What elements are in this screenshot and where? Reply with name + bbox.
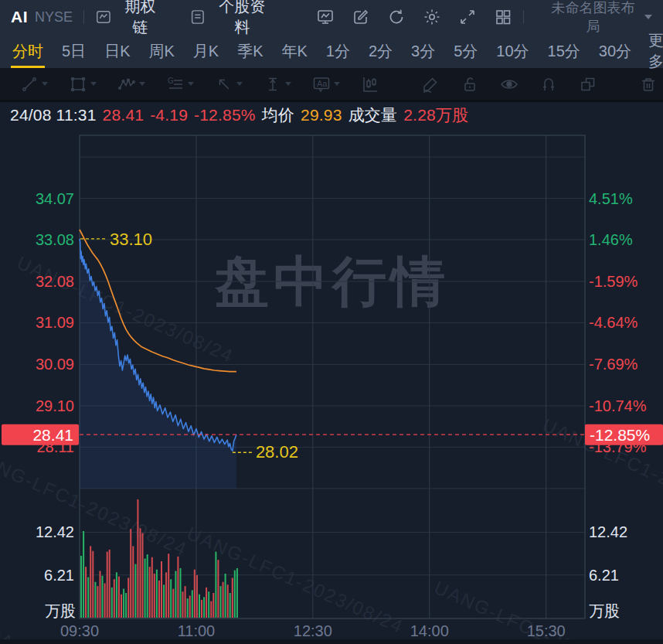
overlap-windows-icon xyxy=(579,75,597,94)
volume-bar xyxy=(199,595,200,618)
volume-bar xyxy=(177,557,178,618)
volume-bar xyxy=(132,546,134,618)
windows-tool[interactable] xyxy=(579,75,597,94)
volume-axis-label: 6.21 xyxy=(44,567,74,584)
fullscreen-button[interactable] xyxy=(458,8,477,26)
volume-bar xyxy=(123,589,124,618)
volume-bar xyxy=(172,589,174,618)
edit-icon xyxy=(352,8,370,26)
period-tab[interactable]: 5分 xyxy=(452,34,479,68)
time-axis-label: 11:00 xyxy=(178,622,216,639)
period-tab[interactable]: 1分 xyxy=(325,34,352,68)
volume-bar xyxy=(196,575,198,618)
volume-bar xyxy=(163,584,165,618)
volume-bar xyxy=(85,567,87,618)
volume-bar xyxy=(210,601,212,618)
edit-button[interactable] xyxy=(352,8,370,26)
chart-style-tool[interactable] xyxy=(361,75,379,94)
divider xyxy=(523,10,524,24)
volume-bar xyxy=(170,579,172,618)
period-tab[interactable]: 分时 xyxy=(11,34,45,68)
brush-icon xyxy=(421,75,440,94)
volume-axis-label: 6.21 xyxy=(589,567,619,584)
period-tab[interactable]: 10分 xyxy=(495,34,530,68)
volume-bar xyxy=(154,574,155,618)
gann-lines-tool[interactable]: G xyxy=(166,75,194,94)
volume-bar xyxy=(203,597,205,618)
period-tab[interactable]: 5日 xyxy=(60,34,87,68)
wave-pattern-icon xyxy=(117,75,136,94)
volume-bar xyxy=(140,528,141,618)
divider xyxy=(83,10,84,24)
period-tab[interactable]: 月K xyxy=(192,34,220,68)
volume-bar xyxy=(144,559,146,618)
pct-axis-label: -10.74% xyxy=(589,397,647,414)
period-tab[interactable]: 15分 xyxy=(546,34,582,68)
chevron-down-icon xyxy=(188,82,194,86)
volume-bar xyxy=(182,591,184,618)
unlock-icon xyxy=(461,75,479,94)
period-tab[interactable]: 30分 xyxy=(597,34,633,68)
more-periods-button[interactable]: 更多 xyxy=(648,34,663,68)
gann-lines-icon: G xyxy=(166,75,185,94)
period-tab[interactable]: 季K xyxy=(236,34,264,68)
period-tab[interactable]: 周K xyxy=(147,34,175,68)
magnet-icon xyxy=(539,75,558,94)
time-axis-label: 14:00 xyxy=(410,622,449,639)
volume-axis-label: 12.42 xyxy=(36,523,74,540)
arrow-marker-tool[interactable] xyxy=(215,75,243,94)
volume-bar xyxy=(232,578,233,618)
volume-bar xyxy=(104,584,106,618)
volume-axis-label: 12.42 xyxy=(589,523,627,540)
chevron-down-icon xyxy=(285,82,291,86)
visibility-tool[interactable] xyxy=(500,75,518,94)
period-tab[interactable]: 日K xyxy=(103,34,131,68)
brush-tool[interactable] xyxy=(421,75,440,94)
magnet-tool[interactable] xyxy=(539,75,558,94)
period-tab[interactable]: 年K xyxy=(280,34,309,68)
svg-text:Aa: Aa xyxy=(317,78,328,87)
lock-tool[interactable] xyxy=(461,75,479,94)
price-axis-label: 32.08 xyxy=(36,273,74,290)
option-chain-button[interactable]: 期权链 xyxy=(95,0,163,38)
refresh-button[interactable] xyxy=(387,8,406,26)
volume-bar xyxy=(227,584,229,618)
rectangle-icon xyxy=(69,75,87,94)
period-tabs: 分时5日日K周K月K季K年K1分2分3分5分10分15分30分 xyxy=(11,34,648,68)
volume-label: 成交量 xyxy=(348,104,398,126)
volume-bar xyxy=(236,568,238,618)
volume-bar xyxy=(156,570,158,618)
grid-layout-button[interactable] xyxy=(494,8,512,26)
time-axis-label: 15:30 xyxy=(527,622,566,639)
price-range-tool[interactable] xyxy=(264,75,291,94)
volume-bar xyxy=(220,586,222,618)
volume-bar xyxy=(151,557,153,618)
chart-layout-button[interactable]: 未命名图表布局 xyxy=(546,0,652,36)
text-note-tool[interactable]: Aa xyxy=(312,75,340,94)
stock-profile-button[interactable]: 个股资料 xyxy=(189,0,273,38)
volume-bar xyxy=(217,560,219,618)
period-tab[interactable]: 2分 xyxy=(367,34,394,68)
period-tab[interactable]: 3分 xyxy=(410,34,437,68)
volume-bar xyxy=(201,600,202,618)
price-axis-label: 34.07 xyxy=(36,190,74,207)
wave-pattern-tool[interactable] xyxy=(117,75,145,94)
volume-bar xyxy=(185,586,186,618)
rectangle-tool[interactable] xyxy=(69,75,97,94)
quote-change-pct: -12.85% xyxy=(194,106,256,124)
chevron-down-icon xyxy=(90,82,97,86)
chevron-down-icon xyxy=(42,82,48,86)
chart-canvas[interactable]: UANG-LFC1-2023/08/24UANG-LFC1-2023/08/24… xyxy=(0,128,663,644)
price-area-fill xyxy=(80,239,236,489)
trend-line-tool[interactable] xyxy=(20,75,48,94)
current-pct-badge-text: -12.85% xyxy=(590,426,650,444)
pct-axis-label: -1.59% xyxy=(589,273,638,290)
chart-snapshot-button[interactable] xyxy=(316,8,335,26)
delete-tool[interactable] xyxy=(639,75,658,94)
volume-bar xyxy=(125,593,127,618)
volume-bar xyxy=(109,550,110,618)
volume-bar xyxy=(161,561,162,618)
volume-bar xyxy=(212,593,214,618)
volume-bar xyxy=(94,582,96,618)
settings-button[interactable] xyxy=(423,8,441,26)
